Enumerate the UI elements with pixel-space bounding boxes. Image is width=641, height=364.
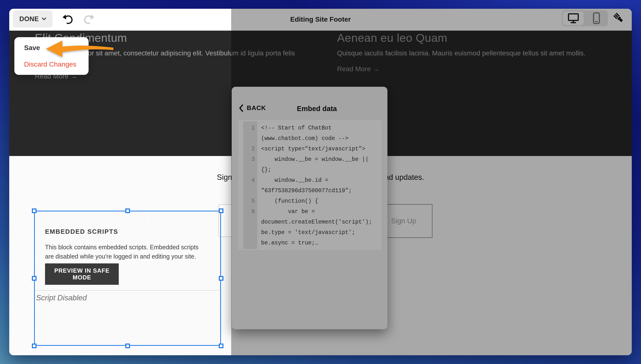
selection-handle-top-left[interactable]	[32, 208, 37, 213]
selection-handle-mid-left[interactable]	[32, 276, 37, 281]
desktop-background: DONE Editing Site Footer	[0, 0, 641, 364]
editor-window: DONE Editing Site Footer	[9, 9, 632, 355]
selection-handle-bottom-mid[interactable]	[125, 344, 130, 348]
selection-handle-top-mid[interactable]	[125, 208, 130, 213]
block-selection-outline	[34, 211, 221, 346]
selection-handle-mid-right[interactable]	[219, 276, 224, 281]
selection-handle-bottom-right[interactable]	[219, 344, 224, 348]
dim-overlay	[231, 9, 632, 355]
menu-item-save[interactable]: Save	[24, 44, 40, 52]
annotation-arrow	[43, 38, 115, 60]
selection-handle-top-right[interactable]	[219, 208, 224, 213]
menu-item-discard-changes[interactable]: Discard Changes	[24, 60, 76, 68]
selection-handle-bottom-left[interactable]	[32, 344, 37, 348]
